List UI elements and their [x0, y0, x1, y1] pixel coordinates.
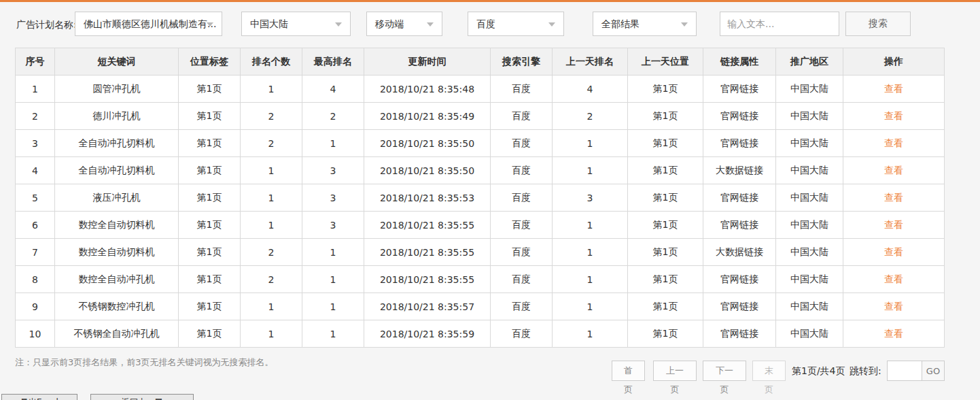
device-select[interactable]: 移动端 [366, 12, 442, 36]
table-row: 5液压冲孔机第1页132018/10/21 8:35:53百度3第1页官网链接中… [16, 184, 945, 212]
table-cell: 2018/10/21 8:35:49 [364, 103, 491, 130]
table-cell: 德川冲孔机 [55, 103, 179, 130]
table-cell: 大数据链接 [703, 239, 776, 266]
engine-select[interactable]: 百度 [468, 12, 564, 36]
pagination-last-button[interactable]: 末页 [752, 361, 786, 381]
table-cell: 液压冲孔机 [55, 184, 179, 212]
table-cell: 1 [241, 212, 302, 239]
column-header: 排名个数 [241, 48, 302, 76]
view-link[interactable]: 查看 [884, 328, 903, 339]
table-cell: 第1页 [628, 76, 703, 103]
pagination-next-button[interactable]: 下一页 [703, 361, 746, 381]
table-cell: 官网链接 [703, 130, 776, 157]
region-select[interactable]: 中国大陆 [241, 12, 351, 36]
action-cell: 查看 [843, 320, 945, 348]
table-cell: 中国大陆 [776, 157, 843, 184]
result-select-value: 全部结果 [601, 18, 640, 29]
table-cell: 数控全自动切料机 [55, 239, 179, 266]
table-cell: 中国大陆 [776, 320, 843, 348]
column-header: 链接属性 [703, 48, 776, 76]
action-cell: 查看 [843, 103, 945, 130]
table-cell: 官网链接 [703, 320, 776, 348]
go-button[interactable]: GO [922, 361, 945, 381]
table-cell: 百度 [491, 320, 553, 348]
table-body: 1圆管冲孔机第1页142018/10/21 8:35:48百度4第1页官网链接中… [16, 76, 945, 348]
table-cell: 官网链接 [703, 184, 776, 212]
table-cell: 百度 [491, 212, 553, 239]
export-excel-button[interactable]: 导出Excel [1, 394, 77, 400]
table-cell: 官网链接 [703, 212, 776, 239]
table-cell: 3 [302, 157, 364, 184]
action-cell: 查看 [843, 212, 945, 239]
table-cell: 百度 [491, 130, 553, 157]
result-select[interactable]: 全部结果 [593, 12, 697, 36]
view-link[interactable]: 查看 [884, 83, 903, 94]
table-cell: 3 [16, 130, 55, 157]
view-link[interactable]: 查看 [884, 301, 903, 312]
table-cell: 第1页 [179, 212, 241, 239]
table-cell: 中国大陆 [776, 239, 843, 266]
table-cell: 2 [553, 103, 628, 130]
device-select-value: 移动端 [375, 18, 404, 29]
table-cell: 第1页 [628, 130, 703, 157]
table-cell: 2018/10/21 8:35:55 [364, 266, 491, 293]
chevron-down-icon [335, 22, 342, 27]
table-cell: 8 [16, 266, 55, 293]
action-cell: 查看 [843, 239, 945, 266]
column-header: 最高排名 [302, 48, 364, 76]
table-cell: 2018/10/21 8:35:48 [364, 76, 491, 103]
table-cell: 2 [241, 103, 302, 130]
table-cell: 第1页 [628, 320, 703, 348]
table-cell: 全自动冲孔切料机 [55, 130, 179, 157]
table-cell: 圆管冲孔机 [55, 76, 179, 103]
action-cell: 查看 [843, 266, 945, 293]
table-cell: 第1页 [628, 293, 703, 320]
table-cell: 1 [241, 184, 302, 212]
table-cell: 1 [302, 266, 364, 293]
back-button[interactable]: 返回上一层 [90, 394, 194, 400]
view-link[interactable]: 查看 [884, 137, 903, 148]
view-link[interactable]: 查看 [884, 273, 903, 284]
table-cell: 数控全自动切料机 [55, 212, 179, 239]
view-link[interactable]: 查看 [884, 192, 903, 203]
table-cell: 2 [241, 130, 302, 157]
plan-select-value: 佛山市顺德区德川机械制造有... [84, 18, 216, 29]
chevron-down-icon [207, 22, 213, 27]
action-cell: 查看 [843, 184, 945, 212]
table-cell: 第1页 [628, 103, 703, 130]
view-link[interactable]: 查看 [884, 246, 903, 257]
column-header: 上一天位置 [628, 48, 703, 76]
table-cell: 中国大陆 [776, 103, 843, 130]
table-cell: 5 [16, 184, 55, 212]
jump-to-label: 跳转到: [850, 365, 881, 378]
table-cell: 中国大陆 [776, 184, 843, 212]
footnote: 注：只显示前3页排名结果，前3页无排名关键词视为无搜索排名。 [15, 356, 274, 369]
plan-select[interactable]: 佛山市顺德区德川机械制造有... [75, 12, 222, 36]
plan-name-label: 广告计划名称: [16, 19, 77, 31]
view-link[interactable]: 查看 [884, 110, 903, 121]
keyword-text-input[interactable] [720, 12, 839, 36]
table-cell: 全自动冲孔切料机 [55, 157, 179, 184]
action-cell: 查看 [843, 157, 945, 184]
table-row: 10不锈钢全自动冲孔机第1页112018/10/21 8:35:59百度1第1页… [16, 320, 945, 348]
view-link[interactable]: 查看 [884, 165, 903, 176]
pagination-prev-button[interactable]: 上一页 [653, 361, 697, 381]
top-accent-bar [0, 0, 980, 2]
pagination-first-button[interactable]: 首页 [612, 361, 645, 381]
jump-page-input[interactable] [887, 361, 922, 381]
table-cell: 2018/10/21 8:35:59 [364, 320, 491, 348]
table-cell: 百度 [491, 239, 553, 266]
engine-select-value: 百度 [476, 18, 495, 29]
view-link[interactable]: 查看 [884, 219, 903, 230]
action-cell: 查看 [843, 130, 945, 157]
table-cell: 4 [16, 157, 55, 184]
table-row: 8数控全自动冲孔机第1页212018/10/21 8:35:55百度1第1页官网… [16, 266, 945, 293]
table-cell: 2018/10/21 8:35:50 [364, 157, 491, 184]
table-cell: 第1页 [179, 293, 241, 320]
table-row: 3全自动冲孔切料机第1页212018/10/21 8:35:50百度1第1页官网… [16, 130, 945, 157]
table-cell: 中国大陆 [776, 212, 843, 239]
table-cell: 第1页 [628, 157, 703, 184]
keyword-rank-table: 序号短关键词位置标签排名个数最高排名更新时间搜索引擎上一天排名上一天位置链接属性… [15, 48, 945, 348]
search-button[interactable]: 搜索 [845, 12, 911, 36]
chevron-down-icon [548, 22, 555, 27]
